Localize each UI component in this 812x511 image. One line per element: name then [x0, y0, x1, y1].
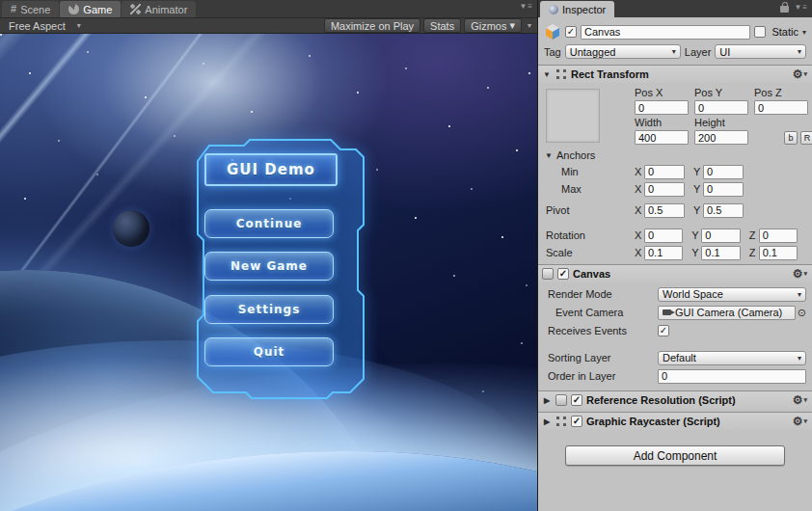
x-axis-label: X: [635, 247, 644, 258]
anchors-min-row: Min X Y: [538, 163, 812, 180]
new-game-button[interactable]: New Game: [204, 252, 334, 281]
max-y-field[interactable]: [703, 182, 744, 197]
canvas-component-header[interactable]: ✓ Canvas ⚙ ▾: [538, 264, 812, 282]
foldout-closed-icon[interactable]: ▶: [542, 417, 552, 426]
context-menu-icon[interactable]: ▾: [803, 417, 807, 425]
foldout-closed-icon[interactable]: ▶: [542, 396, 552, 405]
toolbar-overflow-icon[interactable]: ▾: [525, 21, 534, 30]
reference-resolution-header[interactable]: ▶ ✓ Reference Resolution (Script) ⚙ ▾: [538, 390, 812, 409]
rotation-y-field[interactable]: [701, 229, 740, 243]
gear-icon[interactable]: ⚙: [793, 68, 803, 80]
tag-layer-row: Tag Untagged ▾ Layer UI ▾: [538, 43, 812, 62]
gear-icon[interactable]: ⚙: [793, 416, 803, 427]
gameobject-cube-icon: [544, 23, 561, 40]
height-header: Height: [694, 117, 748, 128]
maximize-on-play-label: Maximize on Play: [331, 20, 414, 32]
pane-menu-icon[interactable]: ▼≡: [794, 3, 808, 12]
tab-inspector[interactable]: Inspector: [540, 1, 614, 17]
scale-row: Scale X Y Z: [538, 244, 812, 261]
active-checkbox[interactable]: ✓: [565, 26, 577, 38]
tab-game-label: Game: [83, 4, 112, 15]
stats-button[interactable]: Stats: [423, 18, 461, 33]
add-component-button[interactable]: Add Component: [565, 445, 785, 466]
check-icon: ✓: [573, 417, 581, 426]
height-field[interactable]: [694, 130, 748, 145]
rotation-x-field[interactable]: [644, 229, 683, 243]
pos-z-field[interactable]: [754, 100, 808, 115]
gizmos-label: Gizmos: [471, 20, 506, 32]
small-moon: [113, 210, 149, 247]
tab-animator[interactable]: Animator: [122, 1, 196, 17]
game-viewport[interactable]: GUI Demo Continue New Game Settings Quit: [0, 34, 537, 511]
settings-button[interactable]: Settings: [204, 295, 334, 324]
graphic-raycaster-icon: [555, 416, 567, 427]
foldout-open-icon[interactable]: ▼: [544, 151, 554, 160]
min-x-field[interactable]: [644, 165, 685, 179]
continue-button[interactable]: Continue: [204, 209, 334, 238]
layer-dropdown[interactable]: UI ▾: [715, 44, 806, 59]
blueprint-mode-button[interactable]: b: [784, 131, 798, 145]
scale-y-field[interactable]: [701, 246, 740, 260]
order-in-layer-field[interactable]: [658, 369, 806, 384]
pos-y-field[interactable]: [694, 100, 748, 115]
gui-demo-menu-panel: GUI Demo Continue New Game Settings Quit: [188, 136, 371, 406]
lock-icon[interactable]: [780, 6, 789, 13]
check-icon: ✓: [660, 326, 667, 336]
anchors-label: Anchors: [556, 149, 595, 161]
tab-game[interactable]: Game: [60, 1, 121, 17]
gear-icon[interactable]: ⚙: [793, 394, 803, 406]
y-axis-label: Y: [693, 166, 703, 177]
game-pane: # Scene Game Animator ▼≡ Free Aspect ▾: [0, 0, 537, 511]
rect-anchor-preview[interactable]: [546, 89, 600, 143]
reference-resolution-title: Reference Resolution (Script): [586, 394, 736, 406]
graphic-raycaster-header[interactable]: ▶ ✓ Graphic Raycaster (Script) ⚙ ▾: [538, 412, 812, 430]
tag-dropdown[interactable]: Untagged ▾: [565, 44, 681, 59]
context-menu-icon[interactable]: ▾: [803, 396, 807, 404]
context-menu-icon[interactable]: ▾: [803, 70, 807, 78]
tag-value: Untagged: [570, 46, 616, 58]
rect-transform-header[interactable]: ▼ Rect Transform ⚙ ▾: [538, 65, 812, 83]
gizmos-button[interactable]: Gizmos ▾: [464, 18, 522, 33]
rotation-z-field[interactable]: [759, 229, 798, 243]
maximize-on-play-button[interactable]: Maximize on Play: [324, 18, 420, 33]
tab-scene[interactable]: # Scene: [2, 1, 59, 17]
gear-icon[interactable]: ⚙: [793, 268, 803, 280]
quit-button[interactable]: Quit: [204, 337, 334, 366]
pivot-x-field[interactable]: [644, 203, 685, 218]
object-picker-icon[interactable]: ⊙: [798, 308, 806, 318]
static-checkbox[interactable]: [754, 26, 766, 38]
reference-resolution-checkbox[interactable]: ✓: [571, 394, 582, 406]
scale-x-field[interactable]: [644, 246, 683, 260]
pane-menu-icon[interactable]: ▼≡: [519, 2, 533, 11]
game-icon: [68, 4, 79, 14]
width-field[interactable]: [635, 130, 689, 145]
order-in-layer-label: Order in Layer: [548, 370, 658, 382]
x-axis-label: X: [635, 204, 644, 216]
inspector-body: ✓ Static ▾ Tag Untagged ▾ Layer UI ▾: [538, 17, 812, 511]
sorting-layer-label: Sorting Layer: [548, 352, 658, 363]
receives-events-label: Receives Events: [548, 325, 658, 336]
receives-events-checkbox[interactable]: ✓: [658, 325, 669, 336]
camera-icon: [663, 309, 671, 315]
event-camera-object-field[interactable]: GUI Camera (Camera): [658, 306, 796, 320]
graphic-raycaster-checkbox[interactable]: ✓: [571, 416, 582, 427]
rect-transform-body: Pos X Pos Y Pos Z Width Height: [538, 83, 812, 147]
context-menu-icon[interactable]: ▾: [803, 270, 807, 278]
render-mode-dropdown[interactable]: World Space ▾: [658, 287, 806, 302]
canvas-enabled-checkbox[interactable]: ✓: [557, 268, 569, 280]
static-dropdown-icon[interactable]: ▾: [802, 28, 806, 37]
foldout-open-icon[interactable]: ▼: [542, 70, 552, 79]
scene-icon: #: [11, 4, 16, 14]
min-y-field[interactable]: [703, 165, 744, 179]
aspect-dropdown[interactable]: Free Aspect ▾: [3, 18, 87, 33]
raw-edit-mode-button[interactable]: R: [800, 131, 812, 145]
anchors-foldout[interactable]: ▼ Anchors: [538, 147, 812, 163]
scale-z-field[interactable]: [759, 246, 798, 260]
max-x-field[interactable]: [644, 182, 685, 197]
sorting-layer-row: Sorting Layer Default ▾: [538, 349, 812, 366]
pivot-y-field[interactable]: [703, 203, 744, 218]
name-field[interactable]: [581, 25, 750, 40]
sorting-layer-dropdown[interactable]: Default ▾: [658, 351, 806, 365]
pos-x-field[interactable]: [635, 100, 689, 115]
rotation-label: Rotation: [546, 229, 635, 241]
